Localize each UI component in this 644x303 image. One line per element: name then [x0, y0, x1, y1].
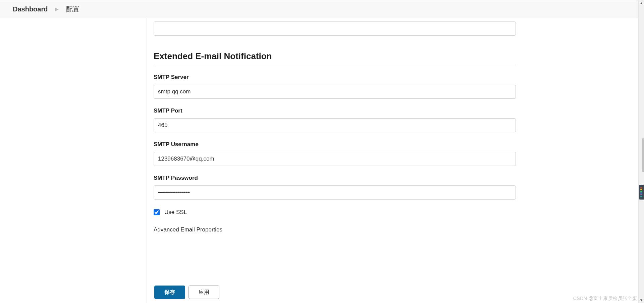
- save-button[interactable]: 保存: [154, 286, 185, 299]
- breadcrumb: Dashboard ▶ 配置: [0, 0, 644, 18]
- scroll-up-arrow-icon[interactable]: ▲: [639, 0, 644, 6]
- smtp-port-input[interactable]: [154, 118, 516, 132]
- smtp-server-input[interactable]: [154, 85, 516, 99]
- scroll-down-arrow-icon[interactable]: ▼: [639, 297, 644, 303]
- label-advanced-email-properties: Advanced Email Properties: [154, 226, 516, 233]
- vertical-scrollbar[interactable]: ▲ ▼: [638, 0, 644, 303]
- label-use-ssl[interactable]: Use SSL: [164, 209, 187, 216]
- side-widget[interactable]: [639, 185, 644, 200]
- section-divider: [154, 65, 516, 65]
- watermark: CSDN @富士康质检员张全蛋: [573, 296, 637, 302]
- previous-section-input[interactable]: [154, 21, 516, 36]
- apply-button[interactable]: 应用: [189, 286, 219, 299]
- sidebar: [0, 18, 147, 303]
- breadcrumb-current: 配置: [66, 5, 79, 14]
- label-smtp-password: SMTP Password: [154, 175, 516, 181]
- label-smtp-username: SMTP Username: [154, 141, 516, 148]
- smtp-password-input[interactable]: [154, 185, 516, 200]
- smtp-username-input[interactable]: [154, 152, 516, 166]
- section-heading-extended-email: Extended E-mail Notification: [154, 51, 516, 61]
- label-smtp-server: SMTP Server: [154, 74, 516, 81]
- chevron-right-icon: ▶: [55, 6, 59, 12]
- scrollbar-thumb[interactable]: [642, 138, 644, 172]
- breadcrumb-root-link[interactable]: Dashboard: [13, 5, 48, 13]
- label-smtp-port: SMTP Port: [154, 107, 516, 114]
- main-content: Extended E-mail Notification SMTP Server…: [147, 18, 644, 303]
- button-bar: 保存 应用: [154, 286, 219, 299]
- use-ssl-checkbox[interactable]: [154, 209, 160, 215]
